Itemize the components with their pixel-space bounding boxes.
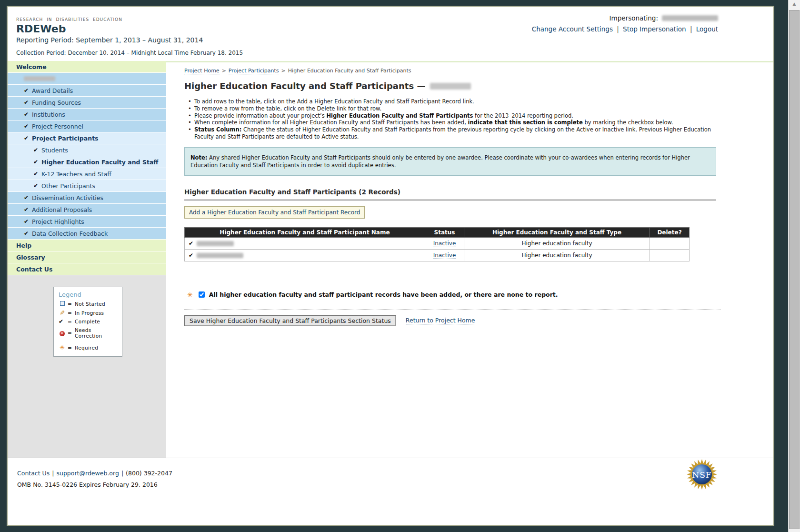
impersonating-label: Impersonating:: [610, 14, 658, 22]
table-row: InactiveHigher education faculty: [185, 249, 690, 261]
participants-table: Higher Education Faculty and Staff Parti…: [184, 227, 690, 261]
sidebar-item-welcome[interactable]: Welcome: [8, 61, 166, 73]
sidebar-item-contact-us[interactable]: Contact Us: [8, 263, 166, 275]
sidebar-item-k-12-teachers-and-staff[interactable]: K-12 Teachers and Staff: [8, 168, 166, 180]
sidebar-item-institutions[interactable]: Institutions: [8, 109, 166, 120]
sidebar-item-additional-proposals[interactable]: Additional Proposals: [8, 204, 166, 216]
sidebar-item-higher-education-faculty-and-staff[interactable]: Higher Education Faculty and Staff: [8, 156, 166, 168]
add-record-link[interactable]: Add a Higher Education Faculty and Staff…: [189, 209, 360, 216]
column-header-status: Status: [425, 227, 464, 237]
sidebar-item-label: Glossary: [16, 254, 45, 261]
legend-item-in-progress: =In Progress: [59, 310, 119, 316]
scrollbar-thumb[interactable]: [789, 10, 800, 529]
scrollbar[interactable]: ▲: [788, 0, 800, 532]
participant-name-cell: [185, 237, 425, 249]
note-box: Note: Any shared Higher Education Facult…: [184, 147, 716, 176]
section-divider-bar: [184, 199, 716, 201]
bullet-segment: To add rows to the table, click on the A…: [194, 98, 474, 105]
sidebar-item-project-participants[interactable]: Project Participants: [8, 132, 166, 144]
legend-icon-cell: [59, 344, 66, 351]
sidebar-item-funding-sources[interactable]: Funding Sources: [8, 97, 166, 109]
save-section-status-button[interactable]: Save Higher Education Faculty and Staff …: [184, 315, 396, 326]
delete-cell: [650, 237, 690, 249]
breadcrumb-separator: >: [222, 68, 226, 74]
required-asterisk-icon: [60, 344, 65, 351]
complete-check-icon: [189, 252, 193, 259]
sidebar-item-dissemination-activities[interactable]: Dissemination Activities: [8, 192, 166, 204]
page-title-text: Higher Education Faculty and Staff Parti…: [184, 81, 425, 91]
page: RESEARCH IN DISABILITIES EDUCATION RDEWe…: [7, 6, 774, 526]
sidebar-item-students[interactable]: Students: [8, 144, 166, 156]
complete-check-icon: [24, 123, 29, 129]
table-header-row: Higher Education Faculty and Staff Parti…: [185, 227, 690, 237]
complete-check-icon: [24, 100, 29, 105]
sidebar-item-help[interactable]: Help: [8, 240, 166, 251]
legend-icon-cell: [59, 310, 66, 316]
nsf-logo: NSF: [687, 459, 717, 490]
breadcrumb-separator: >: [281, 68, 286, 74]
return-to-project-home-link[interactable]: Return to Project Home: [406, 317, 475, 324]
sidebar-item-label: Project Participants: [32, 135, 99, 142]
complete-check-icon: [33, 159, 38, 165]
complete-check-icon: [24, 135, 29, 141]
legend-item-label: Not Started: [75, 301, 105, 307]
bullet-segment: Change the status of Higher Education Fa…: [194, 126, 711, 140]
required-asterisk-icon: [187, 291, 193, 299]
sidebar-item-award-number[interactable]: [8, 73, 166, 85]
breadcrumb-project-participants[interactable]: Project Participants: [229, 68, 279, 74]
collection-period: Collection Period: December 10, 2014 – M…: [16, 50, 243, 56]
complete-check-icon: [24, 207, 29, 212]
footer-support-email-link[interactable]: support@rdeweb.org: [57, 470, 119, 477]
in-progress-pencil-icon: [60, 309, 65, 316]
sidebar-item-award-details[interactable]: Award Details: [8, 85, 166, 97]
sidebar-item-label: Contact Us: [16, 266, 52, 273]
header-link-change-account-settings[interactable]: Change Account Settings: [532, 25, 613, 33]
header-link-stop-impersonation[interactable]: Stop Impersonation: [623, 25, 686, 33]
table-row: InactiveHigher education faculty: [185, 237, 690, 249]
footer-contact-us-link[interactable]: Contact Us: [17, 470, 50, 477]
sidebar: WelcomeAward DetailsFunding SourcesInsti…: [8, 61, 166, 458]
sidebar-item-data-collection-feedback[interactable]: Data Collection Feedback: [8, 228, 166, 240]
bullet-segment: Status Column:: [194, 126, 241, 133]
account-links: Change Account Settings | Stop Impersona…: [532, 25, 718, 33]
main-row: WelcomeAward DetailsFunding SourcesInsti…: [8, 61, 773, 458]
legend-equals: =: [68, 301, 72, 307]
sidebar-item-project-highlights[interactable]: Project Highlights: [8, 216, 166, 228]
complete-check-icon: [33, 147, 38, 153]
dotted-divider: [184, 310, 721, 310]
add-record-button[interactable]: Add a Higher Education Faculty and Staff…: [184, 206, 365, 219]
column-header-higher-education-faculty-and-staff-type: Higher Education Faculty and Staff Type: [464, 227, 650, 237]
complete-check-icon: [24, 219, 29, 224]
scrollbar-up-arrow[interactable]: ▲: [789, 1, 800, 6]
breadcrumb-project-home[interactable]: Project Home: [184, 68, 220, 74]
sidebar-item-project-personnel[interactable]: Project Personnel: [8, 120, 166, 132]
breadcrumb: Project Home>Project Participants>Higher…: [184, 68, 773, 74]
legend-item-not-started: =Not Started: [59, 301, 119, 307]
account-area: Impersonating: Change Account Settings |…: [532, 14, 718, 33]
redacted-participant-name: [197, 253, 243, 258]
completion-checkbox[interactable]: [199, 291, 205, 298]
instruction-bullet: Please provide information about your pr…: [188, 112, 717, 120]
instruction-bullet: Status Column: Change the status of High…: [188, 126, 717, 141]
section-heading: Higher Education Faculty and Staff Parti…: [184, 188, 773, 196]
footer-separator: |: [121, 470, 123, 477]
complete-check-icon: [24, 195, 29, 201]
footer-phone: (800) 392-2047: [126, 470, 172, 477]
completion-row: All higher education faculty and staff p…: [184, 291, 773, 299]
status-link[interactable]: Inactive: [433, 240, 456, 247]
header-link-logout[interactable]: Logout: [696, 25, 718, 33]
needs-correction-icon: [60, 331, 65, 336]
sidebar-item-label: Project Highlights: [32, 218, 84, 225]
sidebar-item-label: Additional Proposals: [32, 206, 92, 213]
sidebar-item-other-participants[interactable]: Other Participants: [8, 180, 166, 192]
redacted-participant-name: [197, 241, 234, 246]
brand-block: RESEARCH IN DISABILITIES EDUCATION RDEWe…: [16, 17, 243, 56]
breadcrumb-higher-education-faculty-and-staff-participants: Higher Education Faculty and Staff Parti…: [288, 68, 411, 74]
complete-check-icon: [24, 88, 29, 93]
redacted-award-number-title: [430, 83, 471, 90]
sidebar-item-glossary[interactable]: Glossary: [8, 251, 166, 263]
completion-label: All higher education faculty and staff p…: [209, 291, 558, 298]
delete-cell: [650, 249, 690, 261]
status-link[interactable]: Inactive: [433, 252, 456, 259]
legend-icon-cell: [59, 319, 66, 324]
